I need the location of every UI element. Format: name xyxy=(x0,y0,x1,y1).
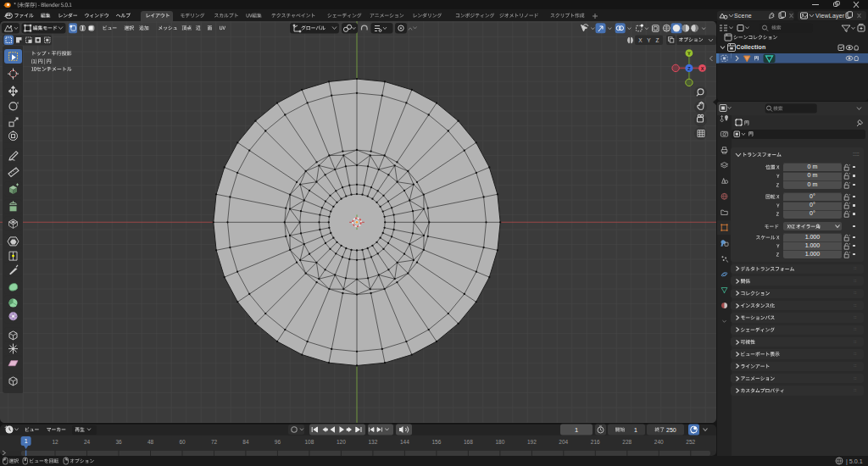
svg-text:216: 216 xyxy=(591,439,600,445)
svg-text:96: 96 xyxy=(275,439,281,445)
svg-text:24: 24 xyxy=(84,439,91,445)
svg-text:72: 72 xyxy=(211,439,218,445)
svg-text:| 5.0.1: | 5.0.1 xyxy=(846,458,863,465)
svg-text:108: 108 xyxy=(304,439,314,445)
svg-text:204: 204 xyxy=(559,439,568,445)
svg-text:1: 1 xyxy=(634,427,637,433)
svg-text:X: X xyxy=(638,37,643,43)
svg-text:36: 36 xyxy=(115,439,122,445)
svg-text:240: 240 xyxy=(654,439,664,445)
svg-text:12: 12 xyxy=(52,439,58,445)
svg-text:Z: Z xyxy=(656,37,659,43)
svg-text:48: 48 xyxy=(147,439,154,445)
svg-text:Y: Y xyxy=(647,37,651,43)
svg-text:Y: Y xyxy=(687,51,691,56)
svg-text:1: 1 xyxy=(575,426,578,434)
svg-text:180: 180 xyxy=(495,439,504,445)
svg-text:252: 252 xyxy=(686,439,695,445)
svg-text:120: 120 xyxy=(337,439,346,445)
svg-text:168: 168 xyxy=(464,439,473,445)
svg-text:144: 144 xyxy=(400,439,409,445)
svg-text:1: 1 xyxy=(25,438,28,444)
svg-text:84: 84 xyxy=(242,439,249,445)
svg-text:156: 156 xyxy=(431,439,441,445)
svg-text:60: 60 xyxy=(179,439,186,445)
svg-text:X: X xyxy=(701,66,704,71)
svg-text:228: 228 xyxy=(622,439,632,445)
svg-text:132: 132 xyxy=(368,439,377,445)
svg-text:192: 192 xyxy=(527,439,537,445)
svg-text:250: 250 xyxy=(666,427,676,433)
